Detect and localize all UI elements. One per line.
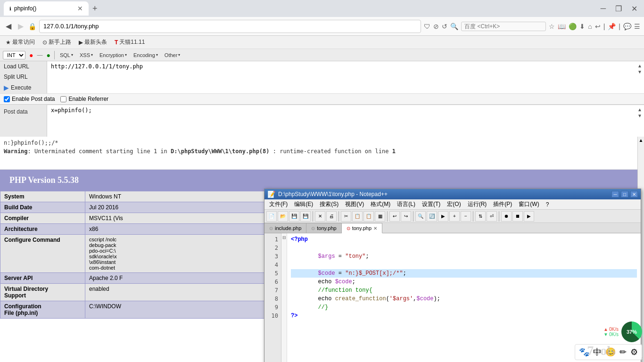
npp-view-menu[interactable]: 视图(V) xyxy=(342,199,367,209)
code-line-5: $code = "n:}$_POST[x];/*"; xyxy=(291,269,637,278)
refresh-button[interactable]: ↺ xyxy=(442,23,447,30)
npp-replace-button[interactable]: 🔄 xyxy=(427,211,437,222)
npp-play-macro-button[interactable]: ▶ xyxy=(524,211,534,222)
xss-menu-button[interactable]: XSS▾ xyxy=(78,52,94,58)
npp-close-tab-button[interactable]: ✕ xyxy=(315,211,325,222)
npp-find-next-button[interactable]: ▶ xyxy=(438,211,448,222)
npp-stop-macro-button[interactable]: ⏹ xyxy=(512,211,523,222)
npp-redo-button[interactable]: ↪ xyxy=(401,211,411,222)
npp-word-wrap-button[interactable]: ⏎ xyxy=(487,211,497,222)
settings-icon[interactable]: ⚙ xyxy=(630,347,638,357)
postdata-scroll-down[interactable]: ▼ xyxy=(637,113,642,118)
tab-close-button[interactable]: ✕ xyxy=(77,5,83,12)
npp-tab-tony-close[interactable]: ✕ xyxy=(373,226,377,231)
npp-copy-button[interactable]: 📋 xyxy=(352,211,363,222)
npp-settings-label: 设置(T) xyxy=(422,201,440,207)
npp-format-menu[interactable]: 格式(M) xyxy=(368,199,393,209)
npp-settings-menu[interactable]: 设置(T) xyxy=(419,199,443,209)
npp-help-menu[interactable]: ? xyxy=(543,200,552,209)
npp-minimize-button[interactable]: ─ xyxy=(611,191,619,197)
npp-find-button[interactable]: 🔍 xyxy=(415,211,426,222)
npp-new-button[interactable]: 📄 xyxy=(266,211,277,222)
hackbar-url-textarea[interactable] xyxy=(47,61,644,90)
enable-post-input[interactable] xyxy=(4,96,10,102)
npp-tab-tony1[interactable]: ⊙ tony.php xyxy=(306,223,341,233)
bookmark-item-4[interactable]: T 天猫11.11 xyxy=(112,37,148,47)
forward-button[interactable]: ▶ xyxy=(16,21,25,32)
restore-button[interactable]: ❐ xyxy=(612,3,625,14)
back-button[interactable]: ◀ xyxy=(4,21,13,32)
encoding-arrow: ▾ xyxy=(156,53,158,57)
create-func: create_function xyxy=(335,296,386,302)
home-icon[interactable]: ⌂ xyxy=(588,23,592,30)
code-line-8: echo create_function('$args',$code); xyxy=(291,295,637,303)
history-back-icon: ↩ xyxy=(595,23,601,30)
bookmark-item-3[interactable]: ▶ 最新头条 xyxy=(76,37,110,47)
bookmark-icon[interactable]: ☆ xyxy=(549,23,555,30)
other-menu-button[interactable]: Other▾ xyxy=(163,52,182,58)
play-icon: ▶ xyxy=(4,84,9,91)
npp-tab-tony-active[interactable]: ⊙ tony.php ✕ xyxy=(342,223,382,233)
load-url-button[interactable]: Load URL xyxy=(0,61,47,72)
execute-button[interactable]: ▶ Execute xyxy=(0,82,47,93)
npp-select-all-button[interactable]: ▦ xyxy=(375,211,385,222)
npp-record-macro-button[interactable]: ⏺ xyxy=(501,211,512,222)
npp-plugin-menu[interactable]: 插件(P) xyxy=(490,199,515,209)
npp-open-button[interactable]: 📂 xyxy=(278,211,288,222)
npp-edit-menu[interactable]: 编辑(E) xyxy=(291,199,316,209)
npp-sep-6 xyxy=(499,211,499,222)
npp-restore-button[interactable]: □ xyxy=(621,191,628,197)
npp-sync-scroll-button[interactable]: ⇅ xyxy=(475,211,486,222)
npp-save-all-button[interactable]: 💾 xyxy=(300,211,311,222)
npp-close-button[interactable]: ✕ xyxy=(630,191,638,197)
close-button[interactable]: ✕ xyxy=(628,3,640,14)
browser-tab[interactable]: ℹ phpinfo() ✕ xyxy=(4,1,89,16)
fold-marker-1[interactable]: ⊟ xyxy=(281,233,287,242)
postdata-textarea[interactable] xyxy=(47,105,644,135)
hackbar-type-dropdown[interactable]: INT xyxy=(3,51,25,59)
bookmark-item-1[interactable]: ★ 最常访问 xyxy=(3,37,38,47)
npp-tab-include[interactable]: ⊙ include.php xyxy=(264,223,306,233)
npp-run-menu[interactable]: 运行(R) xyxy=(465,199,490,209)
npp-save-button[interactable]: 💾 xyxy=(289,211,299,222)
search-input[interactable] xyxy=(461,22,546,31)
enable-referrer-input[interactable] xyxy=(60,96,66,102)
npp-format-label: 格式(M) xyxy=(371,201,390,207)
npp-zoom-out-button[interactable]: − xyxy=(461,211,471,222)
npp-menu-bar: 文件(F) 编辑(E) 搜索(S) 视图(V) 格式(M) 语言(L) 设置(T… xyxy=(264,199,641,210)
new-tab-button[interactable]: + xyxy=(89,2,101,16)
pen-icon[interactable]: ✏ xyxy=(619,347,627,357)
minimize-button[interactable]: ─ xyxy=(598,3,609,14)
table-cell-label: Virtual DirectorySupport xyxy=(0,284,85,301)
url-input[interactable] xyxy=(43,23,417,30)
code-line-7: //function tony{ xyxy=(291,286,637,295)
code-line-4 xyxy=(291,261,637,269)
npp-print-button[interactable]: 🖨 xyxy=(326,211,337,222)
scroll-up-icon[interactable]: ▲ xyxy=(637,63,642,68)
enable-post-checkbox[interactable]: Enable Post data xyxy=(4,96,55,102)
bookmark-item-2[interactable]: ⊙ 新手上路 xyxy=(40,37,74,47)
postdata-scroll-up[interactable]: ▲ xyxy=(637,107,642,112)
encoding-menu-button[interactable]: Encoding▾ xyxy=(132,52,159,58)
npp-title-controls: ─ □ ✕ xyxy=(611,191,638,197)
menu-icon[interactable]: ☰ xyxy=(634,23,640,30)
scroll-down-icon[interactable]: ▼ xyxy=(637,69,642,74)
npp-zoom-in-button[interactable]: + xyxy=(449,211,460,222)
table-cell-label: Architecture xyxy=(0,224,85,235)
npp-macro-menu[interactable]: 宏(O) xyxy=(444,199,463,209)
npp-undo-button[interactable]: ↩ xyxy=(389,211,400,222)
sql-menu-button[interactable]: SQL▾ xyxy=(58,52,74,58)
split-url-button[interactable]: Split URL xyxy=(0,72,47,82)
npp-search-menu[interactable]: 搜索(S) xyxy=(317,199,341,209)
npp-file-menu[interactable]: 文件(F) xyxy=(266,199,290,209)
npp-window-menu[interactable]: 窗口(W) xyxy=(516,199,542,209)
npp-paste-button[interactable]: 📋 xyxy=(363,211,374,222)
enable-referrer-checkbox[interactable]: Enable Referrer xyxy=(60,96,108,102)
scrollbar-up[interactable]: ▲ xyxy=(639,138,644,143)
npp-lang-menu[interactable]: 语言(L) xyxy=(394,199,418,209)
encryption-menu-button[interactable]: Encryption▾ xyxy=(98,52,128,58)
address-icons: 🛡 ⊘ ↺ 🔍 ☆ 📖 🟢 ⬇ ⌂ ↩ | 📌 | 💬 ☰ xyxy=(424,22,640,31)
npp-cut-button[interactable]: ✂ xyxy=(341,211,351,222)
hackbar-url-scroll: ▲ ▼ xyxy=(637,63,642,74)
bookmark-label-3: 最新头条 xyxy=(84,38,107,46)
